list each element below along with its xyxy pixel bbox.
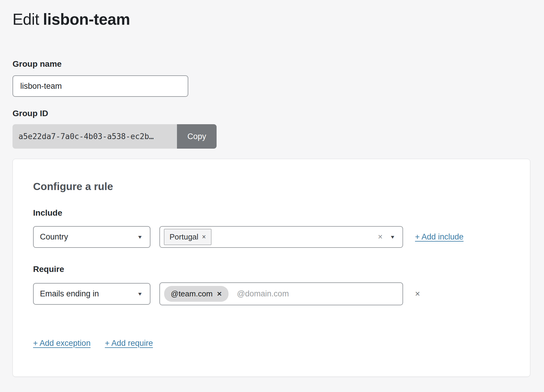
tag-label: Portugal bbox=[170, 232, 198, 242]
selected-tag-portugal: Portugal × bbox=[164, 229, 212, 245]
add-require-link[interactable]: + Add require bbox=[105, 339, 153, 348]
group-name-input[interactable] bbox=[13, 75, 188, 97]
rule-footer-links: + Add exception + Add require bbox=[33, 339, 510, 348]
chevron-down-icon: ▼ bbox=[137, 235, 143, 239]
group-id-value: a5e22da7-7a0c-4b03-a538-ec2b… bbox=[13, 124, 177, 149]
copy-button[interactable]: Copy bbox=[177, 124, 217, 149]
require-label: Require bbox=[33, 265, 510, 273]
group-id-label: Group ID bbox=[13, 109, 532, 118]
tag-label: @team.com bbox=[171, 289, 213, 298]
remove-tag-icon[interactable]: ✕ bbox=[217, 291, 222, 297]
multiselect-icons: × ▼ bbox=[378, 233, 395, 241]
rule-card-title: Configure a rule bbox=[33, 181, 510, 192]
page-title: Editlisbon-team bbox=[13, 0, 532, 28]
include-value-multiselect[interactable]: Portugal × × ▼ bbox=[159, 226, 403, 248]
group-id-row: a5e22da7-7a0c-4b03-a538-ec2b… Copy bbox=[13, 124, 217, 149]
require-selector[interactable]: Emails ending in ▼ bbox=[33, 283, 150, 305]
require-selector-value: Emails ending in bbox=[40, 289, 99, 298]
chevron-down-icon: ▼ bbox=[137, 292, 143, 296]
require-rule-row: Emails ending in ▼ @team.com ✕ × bbox=[33, 282, 510, 305]
clear-selection-icon[interactable]: × bbox=[378, 233, 383, 241]
rule-card: Configure a rule Include Country ▼ Portu… bbox=[13, 159, 530, 377]
add-include-link[interactable]: + Add include bbox=[415, 232, 464, 242]
selected-tag-team-com: @team.com ✕ bbox=[164, 286, 229, 302]
page-title-prefix: Edit bbox=[13, 10, 39, 28]
add-exception-link[interactable]: + Add exception bbox=[33, 339, 91, 348]
include-selector-value: Country bbox=[40, 232, 68, 242]
group-name-label: Group name bbox=[13, 60, 532, 68]
page-title-group-name: lisbon-team bbox=[43, 10, 130, 28]
edit-group-page: Editlisbon-team Group name Group ID a5e2… bbox=[0, 0, 544, 392]
remove-require-rule-icon[interactable]: × bbox=[415, 290, 420, 298]
include-label: Include bbox=[33, 209, 510, 217]
remove-tag-icon[interactable]: × bbox=[202, 234, 206, 240]
email-domain-input[interactable] bbox=[236, 289, 397, 299]
require-value-input-box[interactable]: @team.com ✕ bbox=[159, 282, 403, 305]
include-selector[interactable]: Country ▼ bbox=[33, 226, 150, 248]
include-rule-row: Country ▼ Portugal × × ▼ + Add include bbox=[33, 226, 510, 248]
chevron-down-icon[interactable]: ▼ bbox=[390, 235, 395, 239]
